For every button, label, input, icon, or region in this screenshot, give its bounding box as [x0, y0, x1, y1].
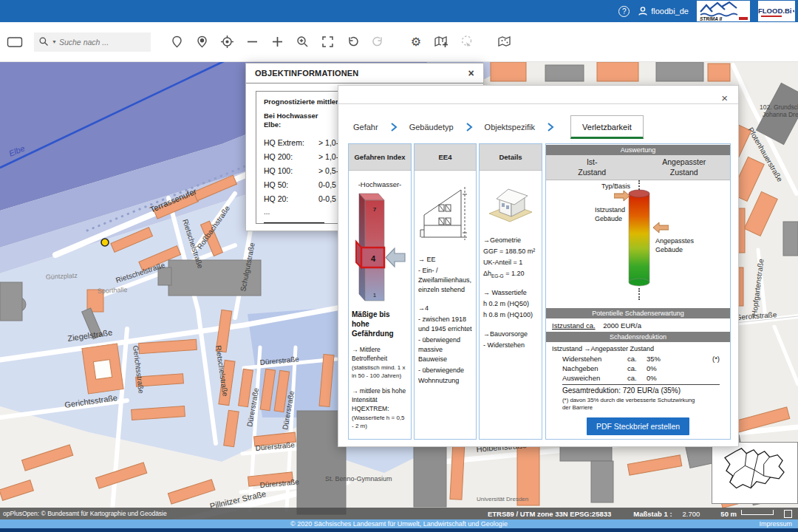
- statusbar-panel-icon[interactable]: [784, 510, 792, 518]
- ee-line: → EE: [415, 255, 476, 265]
- wassertiefe-hq100: h 0.8 m (HQ100): [480, 310, 542, 320]
- zoom-window-tool-icon[interactable]: [293, 33, 311, 51]
- chevron-right-icon: [390, 122, 398, 132]
- copyright-text: © 2020 Sächsisches Landesamt für Umwelt,…: [290, 520, 508, 528]
- gebaeudetyp-panel: EE4 → EE - Ein- / Zweifamilienhaus, einz…: [414, 143, 477, 440]
- ist-zustand-column-label: Ist-Zustand: [546, 155, 638, 180]
- map-label-benno: St. Benno-Gymnasium: [325, 475, 392, 482]
- top-bar: ? floodbi_de STRIMA II FLOOD.Bi: [0, 0, 798, 22]
- dialog-close-icon[interactable]: ×: [721, 92, 728, 103]
- zoom-out-tool-icon[interactable]: [243, 33, 261, 51]
- auswertung-header: Auswertung: [546, 145, 730, 155]
- sidebar-toggle-icon[interactable]: [6, 33, 24, 51]
- floodbi-logo-text: FLOOD.Bi: [758, 7, 791, 15]
- search-caret-icon[interactable]: ▼: [52, 39, 57, 44]
- select-tool-icon[interactable]: [457, 33, 475, 51]
- floodbi-logo-accent: [761, 16, 782, 17]
- help-icon[interactable]: ?: [618, 6, 630, 17]
- overview-inset-map[interactable]: [712, 442, 798, 504]
- chevron-right-icon: [466, 122, 473, 132]
- gefahren-index-panel: Gefahren Index -Hochwasser- 7 1: [348, 143, 412, 440]
- wassertiefe-hq50: h 0.2 m (HQ50): [480, 299, 542, 309]
- map-attribution: opPlusOpen: © Bundesamt für Kartographie…: [3, 510, 167, 517]
- tab-gebaeudetyp[interactable]: Gebäudetyp: [409, 123, 454, 132]
- current-level-arrow-icon: [386, 248, 405, 267]
- wassertiefe-heading: → Wassertiefe: [480, 288, 542, 298]
- pdf-steckbrief-button[interactable]: PDF Steckbrief erstellen: [587, 417, 689, 435]
- hochwasser-subtitle: -Hochwasser-: [349, 180, 411, 188]
- center-position-tool-icon[interactable]: [218, 33, 236, 51]
- bauvorsorge-value: - Widerstehen: [480, 341, 542, 350]
- footnote-line2: der Barriere: [562, 404, 730, 412]
- scalebar-graphic: [741, 510, 774, 515]
- impressum-link[interactable]: Impressum: [759, 519, 792, 528]
- map-label-universitaet: Universität Dresden: [477, 496, 528, 502]
- wizard-tabs: Gefahr Gebäudetyp Objektspezifik Verletz…: [353, 112, 644, 142]
- details-header: Details: [480, 144, 542, 171]
- uk-anteil-value: UK-Anteil = 1: [480, 258, 542, 267]
- search-input[interactable]: [59, 38, 133, 47]
- dialog-divider: [338, 103, 738, 104]
- map-add-tool-icon[interactable]: [432, 33, 450, 51]
- intensitaet-note: (Wassertiefe h = 0,5 - 2 m): [352, 414, 408, 430]
- damage-gradient-cylinder: [628, 189, 650, 287]
- ist-arrow-icon: [614, 190, 630, 202]
- settings-gear-icon[interactable]: ⚙: [407, 33, 425, 51]
- chevron-right-icon: [547, 122, 554, 132]
- reduction-row: Widerstehenca.35%(*): [546, 354, 730, 364]
- istzustand-gebaeude-label: IstzustandGebäude: [595, 205, 632, 223]
- bauweise-line: - überwiegend massive Bauweise: [415, 335, 476, 364]
- copyright-bar: © 2020 Sächsisches Landesamt für Umwelt,…: [0, 519, 798, 528]
- crs-label: ETRS89 / UTM zone 33N EPSG:25833: [488, 510, 611, 518]
- angepasster-zustand-column-label: AngepassterZustand: [638, 155, 731, 180]
- intensitaet-text: → mittlere bis hohe Intensität HQEXTREM:: [352, 387, 408, 414]
- reduction-row: Ausweichenca.0%: [546, 373, 730, 383]
- strima-logo[interactable]: STRIMA II: [697, 1, 750, 21]
- redo-icon[interactable]: [369, 33, 386, 51]
- steckbrief-button[interactable]: Steckbrief: [264, 222, 324, 224]
- tab-gefahr[interactable]: Gefahr: [353, 123, 378, 132]
- objektinformationen-close-icon[interactable]: ×: [468, 67, 474, 79]
- reduktion-subheading: Istzustand →Angepasster Zustand: [546, 342, 730, 354]
- details-panel: Details →Geometrie GGF = 188.50 m² UK-An…: [479, 143, 542, 440]
- undo-icon[interactable]: [344, 33, 361, 51]
- gefahren-index-header: Gefahren Index: [349, 144, 411, 171]
- user-icon: [638, 6, 648, 16]
- tab-verletzbarkeit[interactable]: Verletzbarkeit: [570, 115, 644, 139]
- place-marker-tool-icon[interactable]: [193, 33, 211, 51]
- footnote-line1: (*) davon 35% durch die verbesserte Schu…: [562, 397, 730, 404]
- map-label-schule-2: Johanna Dres...: [763, 111, 798, 118]
- selected-object-marker[interactable]: [101, 239, 109, 246]
- gesamtreduktion-value: Gesamtreduktion: 720 EUR/a (35%): [546, 386, 730, 395]
- class4-line: →4: [415, 304, 476, 313]
- building-sketch-icon: [418, 184, 473, 243]
- svg-text:4: 4: [371, 254, 376, 263]
- map-marks-tool-icon[interactable]: [496, 33, 514, 51]
- svg-text:1: 1: [373, 292, 377, 299]
- map-label-sporthalle: Sporthalle: [98, 286, 128, 295]
- map-toolbar: ▼ ⚙: [0, 22, 798, 62]
- locate-tool-icon[interactable]: [168, 33, 185, 51]
- nutzung-line: - überwiegende Wohnnutzung: [415, 366, 476, 385]
- tab-objektspezifik[interactable]: Objektspezifik: [485, 123, 535, 132]
- betroffenheit-text: → Mittlere Betroffenheit: [352, 346, 408, 364]
- betroffenheit-note: (statistisch mind. 1 x in 50 - 100 Jahre…: [352, 364, 408, 380]
- search-icon: [38, 36, 50, 47]
- ee-desc: - Ein- / Zweifamilienhaus, einzeln stehe…: [415, 266, 476, 295]
- total-divider: [562, 384, 720, 385]
- objektinformationen-title: OBJEKTINFORMATIONEN: [255, 69, 358, 78]
- floodbi-logo[interactable]: FLOOD.Bi: [758, 1, 795, 21]
- map-label-schule-1: 102. Grundschule: [760, 103, 798, 111]
- massstab-value[interactable]: 2.700: [683, 510, 700, 518]
- svg-text:7: 7: [373, 206, 377, 213]
- bottom-edge-bar: [0, 528, 798, 532]
- delta-h-value: ΔhEG-G = 1.20: [480, 269, 542, 279]
- full-extent-tool-icon[interactable]: [318, 33, 336, 51]
- zoom-in-tool-icon[interactable]: [268, 33, 286, 51]
- user-menu[interactable]: floodbi_de: [638, 6, 689, 16]
- istzustand-value: 2000 EUR/a: [603, 321, 641, 330]
- angepasstes-gebaeude-label: AngepasstesGebäude: [655, 236, 700, 254]
- gefaehrdung-rating: Mäßige bis hohe Gefährdung: [349, 310, 411, 338]
- schadenserwartung-header: Potentielle Schadenserwartung: [546, 308, 730, 318]
- geometrie-heading: →Geometrie: [480, 236, 542, 245]
